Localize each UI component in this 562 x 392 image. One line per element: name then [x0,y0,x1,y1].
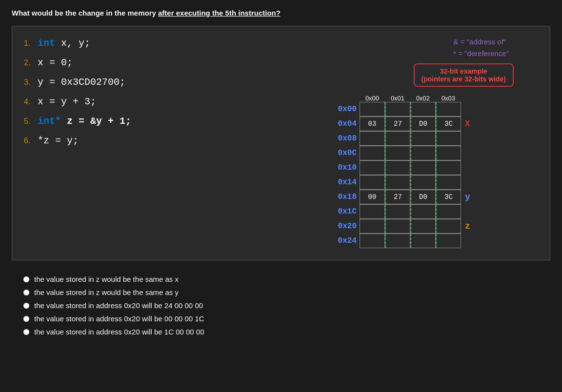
cell-0x08-0 [360,131,385,146]
cell-0x1c-1 [385,204,410,219]
memory-row-0x18: 0x18 00 27 D0 3C y [333,190,470,204]
question-title: What would be the change in the memory a… [12,9,550,17]
memory-table-wrapper: 0x00 0x01 0x02 0x03 0x00 [333,95,470,248]
cell-0x18-2: D0 [410,190,436,204]
cells-0x04: 03 27 D0 3C [360,117,461,131]
legend-star: * = "dereference" [453,48,509,59]
addr-0x10: 0x10 [333,163,360,172]
memory-row-0x10: 0x10 [333,160,470,175]
cell-0x14-1 [385,175,410,190]
cell-0x1c-0 [360,204,385,219]
code-section: 1. int x, y; 2. x = 0; 3. y = 0x3CD02700… [24,36,333,248]
radio-5[interactable] [23,329,29,335]
answer-item-1[interactable]: the value stored in z would be the same … [23,275,539,283]
code-line-4: 4. x = y + 3; [24,95,333,109]
memory-row-0x14: 0x14 [333,175,470,190]
addr-0x08: 0x08 [333,134,360,143]
cell-0x00-1 [385,102,410,117]
cells-0x00 [360,102,461,117]
row-label-0x20: z [465,221,470,231]
cell-0x10-1 [385,160,410,175]
cell-0x24-2 [410,234,436,248]
cell-0x08-2 [410,131,436,146]
col-headers: 0x00 0x01 0x02 0x03 [360,95,470,102]
col-header-3: 0x03 [436,95,461,102]
answer-item-2[interactable]: the value stored in z would be the same … [23,288,539,296]
example-line1: 32-bit example [422,67,506,75]
diagram-section: & = "address of" * = "dereference" 32-bi… [333,36,538,248]
cell-0x14-0 [360,175,385,190]
answer-label-2: the value stored in z would be the same … [34,288,179,296]
line-num-6: 6. [24,135,38,147]
radio-3[interactable] [23,303,29,309]
legend-amp: & = "address of" [453,36,509,48]
cells-0x14 [360,175,461,190]
cell-0x08-3 [436,131,461,146]
cells-0x0c [360,146,461,160]
cells-0x24 [360,234,461,248]
cell-0x04-3: 3C [436,117,461,131]
cells-0x08 [360,131,461,146]
code-text-4: x = y + 3; [38,95,96,109]
cells-0x18: 00 27 D0 3C [360,190,461,204]
memory-rows: 0x00 0x04 [333,102,470,248]
cell-0x24-1 [385,234,410,248]
cell-0x0c-3 [436,146,461,160]
radio-2[interactable] [23,290,29,295]
memory-table-area: 0x00 0x01 0x02 0x03 0x00 [333,95,470,248]
addr-0x0c: 0x0C [333,149,360,157]
cell-0x18-0: 00 [360,190,385,204]
cell-0x00-3 [436,102,461,117]
line-num-4: 4. [24,96,38,108]
cell-0x04-1: 27 [385,117,410,131]
memory-row-0x24: 0x24 [333,234,470,248]
memory-row-0x08: 0x08 [333,131,470,146]
answer-label-5: the value stored in address 0x20 will be… [34,328,204,336]
addr-0x1c: 0x1C [333,207,360,216]
cell-0x10-0 [360,160,385,175]
cell-0x18-1: 27 [385,190,410,204]
code-text-3: y = 0x3CD02700; [38,75,125,90]
line-num-3: 3. [24,77,38,88]
cell-0x1c-2 [410,204,436,219]
cell-0x08-1 [385,131,410,146]
col-header-1: 0x01 [385,95,410,102]
line-num-1: 1. [24,38,38,49]
answers-section: the value stored in z would be the same … [12,270,550,351]
addr-0x04: 0x04 [333,119,360,128]
cell-0x0c-2 [410,146,436,160]
memory-row-0x0c: 0x0C [333,146,470,160]
line-num-5: 5. [24,116,38,127]
line-num-2: 2. [24,57,38,69]
memory-row-0x20: 0x20 z [333,219,470,234]
addr-0x20: 0x20 [333,222,360,231]
addr-0x00: 0x00 [333,105,360,114]
answer-label-4: the value stored in address 0x20 will be… [34,314,204,323]
cell-0x20-2 [410,219,436,234]
answer-item-5[interactable]: the value stored in address 0x20 will be… [23,328,539,336]
answer-item-3[interactable]: the value stored in address 0x20 will be… [23,301,539,310]
cell-0x24-0 [360,234,385,248]
cell-0x20-1 [385,219,410,234]
cell-0x1c-3 [436,204,461,219]
answer-label-1: the value stored in z would be the same … [34,275,179,283]
cell-0x00-0 [360,102,385,117]
code-line-6: 6. *z = y; [24,134,333,148]
answer-label-3: the value stored in address 0x20 will be… [34,301,203,310]
answer-item-4[interactable]: the value stored in address 0x20 will be… [23,314,539,323]
row-label-0x18: y [465,192,470,202]
radio-1[interactable] [23,276,29,282]
code-text-5: int* z = &y + 1; [38,114,131,129]
example-box: 32-bit example (pointers are 32-bits wid… [414,63,514,87]
radio-4[interactable] [23,316,29,322]
legend: & = "address of" * = "dereference" [453,36,509,59]
cell-0x18-3: 3C [436,190,461,204]
cell-0x04-2: D0 [410,117,436,131]
addr-0x14: 0x14 [333,178,360,187]
code-line-5: 5. int* z = &y + 1; [24,114,333,129]
cell-0x04-0: 03 [360,117,385,131]
cell-0x14-2 [410,175,436,190]
cell-0x20-0 [360,219,385,234]
code-text-6: *z = y; [38,134,79,148]
cell-0x0c-1 [385,146,410,160]
